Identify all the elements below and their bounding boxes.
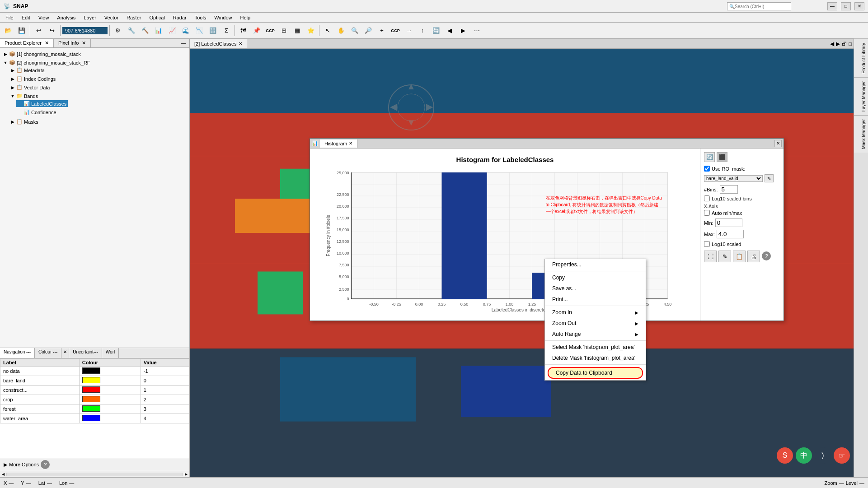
tab-navigation[interactable]: Navigation ---	[0, 348, 35, 358]
tab-product-explorer[interactable]: Product Explorer ✕	[0, 39, 54, 47]
right-tab-mask-manager[interactable]: Mask Manager	[854, 115, 868, 153]
tb-cursor[interactable]: ↖	[321, 24, 334, 37]
ctx-auto-range[interactable]: Auto Range ▶	[545, 329, 646, 339]
menu-optical[interactable]: Optical	[145, 14, 168, 21]
tb-star[interactable]: ⭐	[305, 24, 317, 37]
ctx-delete-mask[interactable]: Delete Mask 'histogram_plot_area'	[545, 353, 646, 363]
max-input[interactable]	[717, 230, 744, 238]
hist-tab-close[interactable]: ✕	[349, 141, 352, 146]
scroll-left[interactable]: ◀	[0, 472, 6, 476]
tab-colour[interactable]: Colour ---	[35, 348, 61, 358]
tb-arrow-right[interactable]: →	[403, 24, 415, 37]
tree-node-metadata[interactable]: ▶ 📋 Metadata	[9, 66, 188, 74]
hist-print-btn[interactable]: 🖨	[747, 251, 760, 262]
tb-pin[interactable]: 📌	[250, 24, 263, 37]
menu-edit[interactable]: Edit	[18, 14, 34, 21]
ctx-properties[interactable]: Properties...	[545, 259, 646, 270]
view-maximize[interactable]: □	[849, 41, 852, 46]
tree-node-masks[interactable]: ▶ 📋 Masks	[9, 117, 188, 126]
tab-world[interactable]: Worl	[102, 348, 119, 358]
hist-help-icon[interactable]: ?	[762, 251, 771, 260]
label-table-row[interactable]: forest3	[0, 404, 189, 414]
snap-btn[interactable]: S	[777, 447, 793, 464]
tb-grid[interactable]: ⊞	[277, 24, 290, 37]
maximize-button[interactable]: □	[841, 2, 851, 10]
label-table-row[interactable]: construct...1	[0, 386, 189, 395]
tb-map[interactable]: 🗺	[237, 24, 249, 37]
tb-btn6[interactable]: 🌊	[179, 24, 192, 37]
menu-radar[interactable]: Radar	[169, 14, 190, 21]
tb-btn1[interactable]: ⚙	[112, 24, 124, 37]
menu-window[interactable]: Window	[211, 14, 235, 21]
panel-minimize-button[interactable]: —	[177, 39, 189, 47]
view-prev[interactable]: ◀	[830, 41, 834, 47]
tb-hand[interactable]: ✋	[335, 24, 347, 37]
menu-help[interactable]: Help	[236, 14, 254, 21]
tb-undo[interactable]: ↩	[32, 24, 45, 37]
scrollbar-track[interactable]	[6, 473, 183, 476]
ctx-copy[interactable]: Copy	[545, 272, 646, 283]
tb-more[interactable]: ⋯	[470, 24, 483, 37]
horizontal-scrollbar[interactable]: ◀ ▶	[0, 471, 189, 477]
menu-tools[interactable]: Tools	[191, 14, 210, 21]
chinese-btn[interactable]: 中	[796, 447, 812, 464]
tb-prev[interactable]: ◀	[443, 24, 456, 37]
tab-close-colour[interactable]: ✕	[61, 348, 69, 358]
tb-zoom-plus[interactable]: +	[375, 24, 388, 37]
ctx-save-as[interactable]: Save as...	[545, 283, 646, 294]
tab-uncertainty[interactable]: Uncertaint---	[69, 348, 102, 358]
tb-grid2[interactable]: ▦	[291, 24, 304, 37]
ctx-copy-data[interactable]: Copy Data to Clipboard	[548, 367, 643, 379]
tree-node-product2[interactable]: ▼ 📦 [2] chongming_mosaic_stack_RF ▶ 📋 Me…	[2, 58, 188, 127]
ctx-zoom-in[interactable]: Zoom In ▶	[545, 307, 646, 318]
ctx-select-mask[interactable]: Select Mask 'histogram_plot_area'	[545, 342, 646, 353]
hist-refresh-btn[interactable]: 🔄	[704, 152, 715, 162]
histogram-close-button[interactable]: ✕	[774, 140, 782, 147]
bins-input[interactable]	[720, 185, 738, 194]
hist-copy-btn[interactable]: 📋	[733, 251, 746, 262]
tb-refresh[interactable]: 🔄	[430, 24, 442, 37]
search-bar[interactable]: 🔍	[727, 2, 791, 10]
tb-btn4[interactable]: 📊	[152, 24, 165, 37]
tb-zoom-in[interactable]: 🔍	[348, 24, 361, 37]
hist-stop-btn[interactable]: ⬛	[717, 152, 727, 162]
view-tab-close[interactable]: ✕	[239, 41, 242, 46]
ctx-zoom-out[interactable]: Zoom Out ▶	[545, 318, 646, 329]
min-input[interactable]	[715, 218, 742, 227]
ctx-print[interactable]: Print...	[545, 294, 646, 305]
hist-tab-histogram[interactable]: Histogram ✕	[320, 139, 357, 148]
view-restore[interactable]: 🗗	[842, 41, 847, 46]
pixel-info-close[interactable]: ✕	[82, 40, 86, 46]
log10-scaled-checkbox[interactable]	[704, 241, 710, 247]
right-tab-layer-manager[interactable]: Layer Manager	[854, 77, 868, 115]
tree-node-bands[interactable]: ▼ 📁 Bands 📊 LabeledClasses	[9, 92, 188, 117]
menu-raster[interactable]: Raster	[123, 14, 145, 21]
tb-btn7[interactable]: 📉	[193, 24, 206, 37]
roi-mask-select[interactable]: bare_land_valid	[704, 175, 763, 182]
tb-btn2[interactable]: 🔧	[125, 24, 138, 37]
tb-zoom-out[interactable]: 🔎	[362, 24, 375, 37]
tb-arrow-up[interactable]: ↑	[416, 24, 429, 37]
label-table-row[interactable]: crop2	[0, 395, 189, 404]
tb-gcp2[interactable]: GCP	[389, 24, 402, 37]
product-explorer-close[interactable]: ✕	[45, 40, 49, 46]
menu-view[interactable]: View	[35, 14, 53, 21]
menu-vector[interactable]: Vector	[101, 14, 122, 21]
scroll-right[interactable]: ▶	[183, 472, 189, 476]
log10-bins-checkbox[interactable]	[704, 195, 710, 201]
menu-layer[interactable]: Layer	[80, 14, 100, 21]
tb-redo[interactable]: ↪	[46, 24, 58, 37]
right-tab-product-library[interactable]: Product Library	[854, 39, 868, 77]
view-tab-labeledclasses[interactable]: [2] LabeledClasses ✕	[190, 39, 247, 48]
tb-btn5[interactable]: 📈	[166, 24, 178, 37]
close-button[interactable]: ✕	[854, 2, 864, 10]
menu-analysis[interactable]: Analysis	[53, 14, 79, 21]
tb-next[interactable]: ▶	[457, 24, 469, 37]
tree-node-confidence[interactable]: 📊 Confidence	[16, 108, 188, 116]
label-table-row[interactable]: no data-1	[0, 367, 189, 376]
hist-edit-btn[interactable]: ✎	[718, 251, 731, 262]
tb-save[interactable]: 💾	[15, 24, 28, 37]
use-roi-checkbox[interactable]	[704, 166, 710, 172]
tree-node-product1[interactable]: ▶ 📦 [1] chongming_mosaic_stack	[2, 50, 188, 58]
tree-node-labeledclasses[interactable]: 📊 LabeledClasses	[16, 99, 188, 108]
